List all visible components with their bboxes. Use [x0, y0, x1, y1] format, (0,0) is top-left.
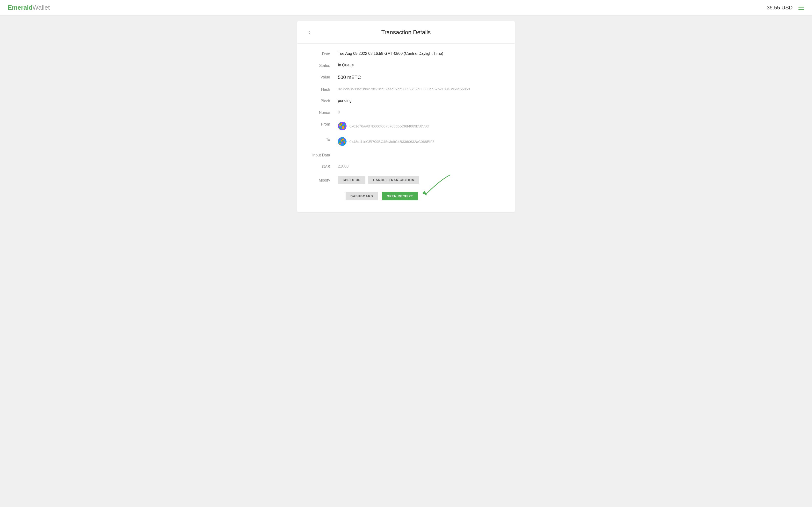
block-value: pending	[338, 99, 503, 103]
svg-rect-13	[339, 127, 341, 129]
menu-line-1	[799, 6, 804, 6]
hash-row: Hash 0x3bda8a89ae3db278c78cc3744a37dc980…	[309, 87, 503, 92]
nonce-value: 0	[338, 110, 503, 114]
svg-rect-30	[339, 143, 341, 145]
svg-rect-15	[342, 127, 344, 129]
svg-rect-4	[344, 123, 345, 125]
gas-row: GAS 21000	[309, 164, 503, 169]
status-label: Status	[309, 63, 338, 68]
from-address: 0x61c76aa8f7b600f6675765bbcc36f4089b5855…	[349, 124, 429, 128]
page-title: Transaction Details	[382, 29, 431, 36]
modify-buttons: SPEED UP CANCEL TRANSACTION	[338, 176, 419, 184]
svg-rect-2	[341, 123, 342, 125]
action-section: DASHBOARD OPEN RECEIPT	[309, 192, 503, 201]
svg-rect-6	[341, 125, 342, 126]
speed-up-button[interactable]: SPEED UP	[338, 176, 365, 184]
action-row: DASHBOARD OPEN RECEIPT	[309, 192, 503, 201]
svg-rect-28	[342, 142, 344, 143]
to-address-container: 0x48c1f1eCEf709BC45c3c9C4B3360632aC068Ef…	[338, 137, 435, 146]
to-address: 0x48c1f1eCEf709BC45c3c9C4B3360632aC068Ef…	[349, 139, 435, 144]
from-label: From	[309, 122, 338, 126]
svg-rect-29	[344, 142, 345, 143]
svg-rect-26	[339, 142, 341, 143]
value-value: 500 mETC	[338, 74, 503, 80]
svg-rect-27	[341, 142, 342, 143]
balance-display: 36.55 USD	[767, 5, 793, 11]
svg-rect-31	[341, 143, 342, 145]
date-value: Tue Aug 09 2022 08:16:58 GMT-0500 (Centr…	[338, 51, 503, 56]
back-button[interactable]: ‹	[305, 28, 314, 37]
cancel-transaction-button[interactable]: CANCEL TRANSACTION	[368, 176, 419, 184]
hash-label: Hash	[309, 87, 338, 92]
open-receipt-button[interactable]: OPEN RECEIPT	[382, 192, 418, 201]
svg-rect-5	[339, 125, 341, 126]
svg-rect-14	[341, 127, 342, 129]
svg-rect-23	[341, 140, 342, 142]
date-label: Date	[309, 51, 338, 56]
from-address-container: 0x61c76aa8f7b600f6675765bbcc36f4089b5855…	[338, 122, 429, 130]
svg-rect-11	[342, 126, 344, 127]
menu-line-2	[799, 7, 804, 8]
svg-rect-3	[342, 123, 344, 125]
svg-rect-18	[339, 138, 341, 140]
menu-line-3	[799, 9, 804, 10]
svg-rect-25	[344, 140, 345, 142]
date-row: Date Tue Aug 09 2022 08:16:58 GMT-0500 (…	[309, 51, 503, 56]
svg-rect-16	[344, 127, 345, 129]
transaction-details-card: ‹ Transaction Details Date Tue Aug 09 20…	[297, 21, 515, 212]
block-row: Block pending	[309, 99, 503, 103]
to-row: To	[309, 137, 503, 146]
menu-icon[interactable]	[799, 6, 804, 10]
svg-rect-32	[342, 143, 344, 145]
svg-rect-21	[344, 138, 345, 140]
svg-rect-8	[344, 125, 345, 126]
svg-rect-9	[339, 126, 341, 127]
from-row: From	[309, 122, 503, 130]
input-data-row: Input Data	[309, 153, 503, 157]
modify-label: Modify	[309, 178, 338, 182]
svg-rect-33	[344, 143, 345, 145]
status-value: In Queue	[338, 63, 503, 67]
gas-value: 21000	[338, 164, 503, 169]
svg-rect-12	[344, 126, 345, 127]
topbar: Emerald Wallet 36.55 USD	[0, 0, 812, 15]
dashboard-button[interactable]: DASHBOARD	[346, 192, 378, 201]
app-title-wallet: Wallet	[33, 4, 50, 11]
svg-rect-22	[339, 140, 341, 142]
hash-value: 0x3bda8a89ae3db278c78cc3744a37dc98092792…	[338, 87, 503, 91]
svg-rect-7	[342, 125, 344, 126]
status-row: Status In Queue	[309, 63, 503, 68]
card-header: ‹ Transaction Details	[297, 21, 515, 44]
nonce-label: Nonce	[309, 110, 338, 115]
main-content: ‹ Transaction Details Date Tue Aug 09 20…	[0, 15, 812, 507]
gas-label: GAS	[309, 164, 338, 169]
card-body: Date Tue Aug 09 2022 08:16:58 GMT-0500 (…	[297, 44, 515, 212]
topbar-right: 36.55 USD	[767, 5, 804, 11]
input-data-label: Input Data	[309, 153, 338, 157]
svg-rect-20	[342, 138, 344, 140]
app-title-emerald: Emerald	[8, 4, 33, 11]
block-label: Block	[309, 99, 338, 103]
value-row: Value 500 mETC	[309, 74, 503, 80]
nonce-row: Nonce 0	[309, 110, 503, 115]
svg-rect-24	[342, 140, 344, 142]
app-title: Emerald Wallet	[8, 4, 50, 11]
modify-row: Modify SPEED UP CANCEL TRANSACTION	[309, 176, 503, 184]
svg-rect-19	[341, 138, 342, 140]
value-label: Value	[309, 74, 338, 79]
from-avatar	[338, 122, 347, 130]
to-label: To	[309, 137, 338, 142]
svg-rect-1	[339, 123, 341, 125]
to-avatar	[338, 137, 347, 146]
svg-rect-10	[341, 126, 342, 127]
